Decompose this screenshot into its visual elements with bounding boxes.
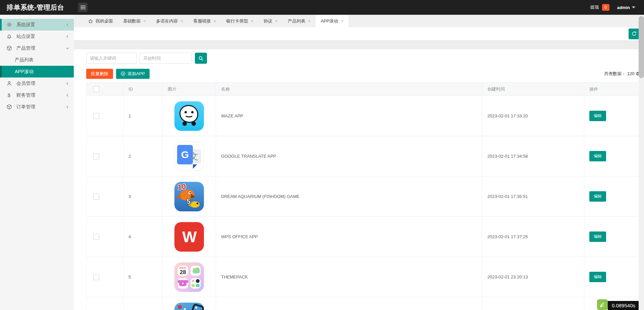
row-created: 2023-02-01 17:35:51 (482, 176, 584, 217)
header-image: 图片 (163, 83, 216, 96)
main-area: 我的桌面 基础数据 × 多语言内容 × 客服链接 × 银行卡类型 × 协议 × (74, 15, 644, 310)
cube-icon (6, 45, 12, 51)
themepack-app-icon: WED28 ♥ ✆ (174, 262, 204, 292)
tab-label: 协议 (264, 18, 272, 24)
vertical-scrollbar[interactable] (639, 15, 644, 310)
sidebar-item-system-settings[interactable]: 系统设置 (0, 19, 74, 31)
close-icon[interactable]: × (251, 19, 254, 23)
edit-button[interactable]: 编辑 (589, 231, 606, 242)
table-row: 3 105 DREAM AQUARIUM (FISHDOM) GAME 2023… (87, 176, 640, 217)
sidebar-item-label: 会员管理 (16, 81, 35, 87)
row-name: DREAM AQUARIUM (FISHDOM) GAME (216, 176, 482, 217)
sidebar-item-label: 财务管理 (16, 92, 35, 98)
table-row: 4 W WPS OFFICE APP 2023-02-01 17:37:25 编… (87, 217, 640, 257)
sidebar-item-finance-management[interactable]: $ 财务管理 (0, 89, 74, 101)
chevron-left-icon (66, 105, 69, 109)
withdraw-count-badge[interactable]: 0 (602, 4, 609, 11)
header-created: 创建时间 (482, 83, 584, 96)
tab-label: 我的桌面 (96, 18, 113, 24)
chevron-left-icon (66, 23, 69, 27)
batch-delete-button[interactable]: 批量删除 (86, 69, 113, 79)
tab-my-desktop[interactable]: 我的桌面 (83, 15, 118, 27)
tab-label: 产品列表 (288, 18, 305, 24)
tab-app-scroll[interactable]: APP滚动 × (316, 15, 348, 27)
hamburger-menu-button[interactable] (78, 3, 88, 12)
thinkphp-logo-icon[interactable] (597, 299, 608, 310)
row-checkbox[interactable] (93, 274, 99, 280)
topbar-right: 提现 0 admin (590, 4, 644, 11)
content-gap (74, 41, 644, 49)
row-name (216, 297, 482, 310)
sidebar-item-label: 系统设置 (16, 22, 35, 28)
withdraw-link[interactable]: 提现 (590, 4, 599, 10)
tab-label: 多语言内容 (156, 18, 178, 24)
hamburger-icon (80, 5, 86, 9)
row-checkbox[interactable] (93, 194, 99, 200)
table-header: ID 图片 名称 创建时间 操作 (87, 83, 640, 96)
row-created: 2023-02-01 17:37:25 (482, 217, 584, 257)
tab-label: 基础数据 (123, 18, 141, 24)
header-id: ID (123, 83, 163, 96)
sidebar-item-member-management[interactable]: 会员管理 (0, 78, 74, 89)
table-row: 2 文G GOOGLE TRANSLATE APP 2023-02-01 17:… (87, 136, 640, 176)
app-title: 排单系统-管理后台 (0, 3, 64, 12)
row-checkbox[interactable] (93, 113, 99, 119)
row-id (123, 297, 163, 310)
close-icon[interactable]: × (275, 19, 278, 23)
close-icon[interactable]: × (143, 19, 146, 23)
search-row (86, 53, 640, 64)
user-menu[interactable]: admin (617, 5, 635, 10)
tab-multilang-content[interactable]: 多语言内容 × (151, 15, 188, 27)
tab-bank-card-types[interactable]: 银行卡类型 × (221, 15, 259, 27)
search-button[interactable] (195, 53, 207, 64)
app-image-cell: WED28 ♥ ✆ (163, 257, 216, 297)
debug-toolbar: 0.089540s (597, 299, 639, 310)
row-created: 2023-02-01 17:34:58 (482, 136, 584, 176)
scrollbar-thumb[interactable] (639, 16, 644, 78)
refresh-button[interactable] (629, 29, 639, 39)
row-checkbox[interactable] (93, 153, 99, 159)
edit-button[interactable]: 编辑 (589, 151, 606, 161)
chevron-left-icon (66, 35, 69, 38)
row-created (482, 297, 584, 310)
sidebar-item-order-management[interactable]: 订单管理 (0, 101, 74, 113)
start-time-input[interactable] (140, 53, 192, 64)
select-all-checkbox[interactable] (93, 86, 99, 92)
keyword-input[interactable] (86, 53, 137, 64)
app-image-cell (163, 96, 216, 136)
edit-button[interactable]: 编辑 (589, 111, 606, 121)
row-created: 2023-02-01 23:20:13 (482, 257, 584, 297)
tab-basic-data[interactable]: 基础数据 × (118, 15, 151, 27)
edit-button[interactable]: 编辑 (589, 191, 606, 202)
add-app-button[interactable]: 添加APP (116, 69, 150, 79)
row-id: 5 (123, 257, 163, 297)
close-icon[interactable]: × (308, 19, 311, 23)
tab-product-list[interactable]: 产品列表 × (283, 15, 316, 27)
sidebar: 系统设置 站点设置 产品管理 产品列表 APP滚动 会员管理 (0, 15, 74, 310)
cube-icon (6, 104, 12, 110)
row-id: 3 (123, 176, 163, 217)
sidebar-item-label: 站点设置 (16, 34, 35, 40)
username: admin (617, 5, 630, 10)
edit-button[interactable]: 编辑 (589, 272, 606, 282)
sidebar-item-product-management[interactable]: 产品管理 (0, 42, 74, 54)
user-icon (6, 81, 12, 87)
sidebar-item-site-settings[interactable]: 站点设置 (0, 31, 74, 42)
google-translate-app-icon: 文G (174, 142, 204, 171)
chevron-down-icon (632, 6, 635, 8)
search-icon (198, 56, 204, 61)
sidebar-item-app-scroll[interactable]: APP滚动 (0, 66, 74, 78)
app-image-cell: 文G (163, 136, 216, 176)
tab-label: 银行卡类型 (226, 18, 248, 24)
close-icon[interactable]: × (213, 19, 216, 23)
tab-support-links[interactable]: 客服链接 × (188, 15, 221, 27)
sidebar-item-product-list[interactable]: 产品列表 (0, 54, 74, 66)
tab-agreement[interactable]: 协议 × (259, 15, 283, 27)
content-card: 批量删除 添加APP 共有数据： 120 条 ID 图片 名称 创建时间 操作 (74, 49, 644, 310)
close-icon[interactable]: × (341, 19, 343, 23)
row-checkbox[interactable] (93, 234, 99, 240)
close-icon[interactable]: × (180, 19, 183, 23)
row-name: WAZE APP (216, 96, 482, 136)
tab-label: APP滚动 (321, 18, 338, 24)
row-name: WPS OFFICE APP (216, 217, 482, 257)
